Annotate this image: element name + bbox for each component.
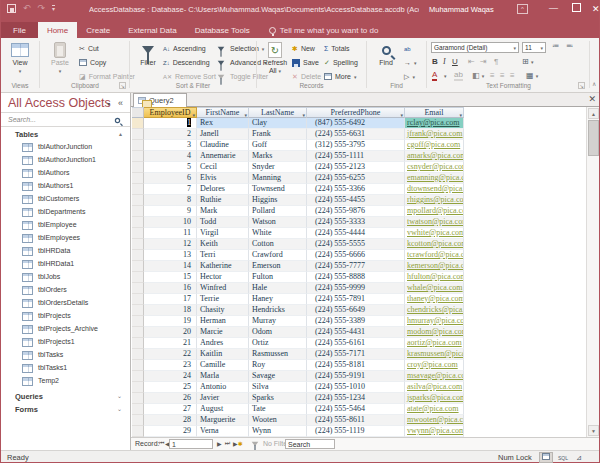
- cell-lastname[interactable]: Townsend: [249, 184, 307, 195]
- row-selector[interactable]: [132, 393, 144, 404]
- first-record-icon[interactable]: ⏮: [159, 440, 164, 447]
- email-link[interactable]: amarks@pica.com: [407, 151, 464, 160]
- cell-firstname[interactable]: Kaitlin: [197, 349, 249, 360]
- datasheet-corner-cell[interactable]: [132, 107, 144, 118]
- nav-item-tblemployee[interactable]: tblEmployee: [1, 219, 130, 232]
- row-selector[interactable]: [132, 415, 144, 426]
- numbering-icon[interactable]: ≕: [566, 42, 573, 50]
- email-link[interactable]: jsparks@pica.com: [407, 393, 464, 402]
- row-selector[interactable]: [132, 305, 144, 316]
- redo-icon[interactable]: ↷: [38, 4, 46, 13]
- cell-firstname[interactable]: Hector: [197, 272, 249, 283]
- cell-preferredphone[interactable]: (224) 555-3389: [307, 316, 405, 327]
- close-button[interactable]: ✕: [592, 4, 600, 14]
- email-link[interactable]: atate@pica.com: [407, 404, 459, 413]
- increase-indent-icon[interactable]: ⇥: [480, 57, 487, 66]
- cell-firstname[interactable]: Marguerite: [197, 415, 249, 426]
- cell-email[interactable]: asilva@pica.com: [405, 382, 464, 393]
- cell-email[interactable]: croy@pica.com: [405, 360, 464, 371]
- nav-item-tblcustomers[interactable]: tblCustomers: [1, 193, 130, 206]
- email-link[interactable]: kemerson@pica.com: [407, 261, 464, 270]
- cell-firstname[interactable]: Chasity: [197, 305, 249, 316]
- cell-email[interactable]: amarks@pica.com: [405, 151, 464, 162]
- cell-email[interactable]: twatson@pica.com: [405, 217, 464, 228]
- email-link[interactable]: emanning@pica.com: [407, 173, 464, 182]
- current-record-box[interactable]: 1: [169, 439, 213, 449]
- cell-lastname[interactable]: Hale: [249, 283, 307, 294]
- cell-preferredphone[interactable]: (224) 555-8181: [307, 360, 405, 371]
- bullets-icon[interactable]: ≔: [552, 42, 559, 50]
- cell-email[interactable]: thaney@pica.com: [405, 294, 464, 305]
- cell-preferredphone[interactable]: (224) 555-8888: [307, 272, 405, 283]
- bold-button[interactable]: B: [432, 57, 438, 66]
- cell-lastname[interactable]: Wynn: [249, 426, 307, 437]
- cell-lastname[interactable]: Rasmussen: [249, 349, 307, 360]
- cell-email[interactable]: kemerson@pica.com: [405, 261, 464, 272]
- cell-employeeid[interactable]: 11: [144, 228, 197, 239]
- cell-email[interactable]: atate@pica.com: [405, 404, 464, 415]
- cell-preferredphone[interactable]: (224) 555-3333: [307, 217, 405, 228]
- cell-employeeid[interactable]: 6: [144, 173, 197, 184]
- cell-firstname[interactable]: Claudine: [197, 140, 249, 151]
- tab-query2[interactable]: Query2: [133, 93, 187, 107]
- maximize-button[interactable]: [572, 3, 581, 12]
- cell-email[interactable]: modom@pica.com: [405, 327, 464, 338]
- cell-firstname[interactable]: Keith: [197, 239, 249, 250]
- row-selector[interactable]: [132, 250, 144, 261]
- row-selector[interactable]: [132, 283, 144, 294]
- tab-create[interactable]: Create: [77, 22, 119, 38]
- nav-item-tblprojects_archive[interactable]: tblProjects_Archive: [1, 323, 130, 336]
- email-link[interactable]: croy@pica.com: [407, 360, 458, 369]
- tab-file[interactable]: File: [1, 22, 38, 38]
- cell-preferredphone[interactable]: (224) 555-3366: [307, 184, 405, 195]
- cell-lastname[interactable]: Haney: [249, 294, 307, 305]
- italic-button[interactable]: I: [443, 57, 446, 66]
- row-selector[interactable]: [132, 206, 144, 217]
- cell-preferredphone[interactable]: (224) 555-7777: [307, 261, 405, 272]
- font-name-select[interactable]: Garamond (Detail)▾: [431, 42, 519, 53]
- row-selector[interactable]: [132, 327, 144, 338]
- cell-firstname[interactable]: Andres: [197, 338, 249, 349]
- nav-group-queries[interactable]: Queries⌄: [1, 391, 130, 403]
- nav-item-tblauthors[interactable]: tblAuthors: [1, 167, 130, 180]
- cell-employeeid[interactable]: 13: [144, 250, 197, 261]
- underline-button[interactable]: U: [452, 57, 458, 66]
- email-link[interactable]: hfulton@pica.com: [407, 272, 464, 281]
- cell-email[interactable]: kcotton@pica.com: [405, 239, 464, 250]
- cell-firstname[interactable]: Marla: [197, 371, 249, 382]
- cell-email[interactable]: tcrawford@pica.com: [405, 250, 464, 261]
- email-link[interactable]: modom@pica.com: [407, 327, 464, 336]
- font-color-dropdown-icon[interactable]: ▾: [444, 71, 447, 80]
- cell-employeeid[interactable]: 29: [144, 426, 197, 437]
- email-link[interactable]: rhiggins@pica.com: [407, 195, 464, 204]
- cell-lastname[interactable]: Goff: [249, 140, 307, 151]
- row-selector[interactable]: [132, 228, 144, 239]
- tell-me-box[interactable]: Tell me what you want to do: [259, 22, 379, 38]
- row-selector[interactable]: [132, 162, 144, 173]
- cell-preferredphone[interactable]: (224) 555-5464: [307, 404, 405, 415]
- row-selector[interactable]: [132, 195, 144, 206]
- cell-preferredphone[interactable]: (224) 555-9191: [307, 371, 405, 382]
- copy-button[interactable]: Copy: [79, 56, 106, 69]
- cell-preferredphone[interactable]: (224) 555-9876: [307, 206, 405, 217]
- goto-button[interactable]: →▾: [404, 56, 417, 69]
- cell-preferredphone[interactable]: (224) 555-5555: [307, 239, 405, 250]
- find-button[interactable]: Find: [371, 41, 401, 67]
- last-record-icon[interactable]: ⏭: [225, 440, 230, 447]
- cell-email[interactable]: hmurray@pica.com: [405, 316, 464, 327]
- row-selector[interactable]: [132, 140, 144, 151]
- nav-item-tblauthorjunction[interactable]: tblAuthorJunction: [1, 141, 130, 154]
- close-document-icon[interactable]: ✕: [588, 94, 596, 104]
- nav-item-temp2[interactable]: Temp2: [1, 375, 130, 388]
- replace-button[interactable]: ab: [404, 42, 411, 55]
- refresh-all-button[interactable]: ↻ RefreshAll ▾: [260, 41, 290, 75]
- signed-in-user[interactable]: Muhammad Waqas: [429, 5, 494, 14]
- new-blank-record-icon[interactable]: ▶✱: [233, 440, 243, 447]
- undo-icon[interactable]: ↶: [23, 4, 31, 13]
- cell-employeeid[interactable]: 17: [144, 294, 197, 305]
- text-formatting-dialog-launcher-icon[interactable]: ↘: [578, 82, 585, 89]
- cell-employeeid[interactable]: 5: [144, 162, 197, 173]
- cell-preferredphone[interactable]: (224) 555-6666: [307, 250, 405, 261]
- cell-lastname[interactable]: Hendricks: [249, 305, 307, 316]
- cell-lastname[interactable]: Sparks: [249, 393, 307, 404]
